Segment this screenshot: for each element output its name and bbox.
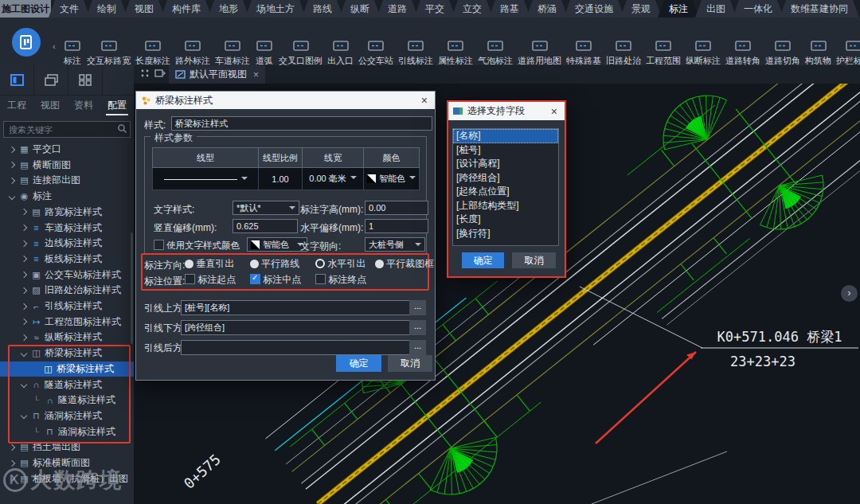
smart-color-combo[interactable]: 智能色 [247,237,307,252]
leader-text-input[interactable] [181,340,412,355]
position-checkbox-option[interactable]: 标注中点 [250,273,301,287]
menu-tab[interactable]: 标注 [658,0,699,18]
sidebar-tab[interactable]: 配置 [100,95,134,116]
menu-tab[interactable]: 平交 [414,0,455,18]
special-subgrade-button[interactable]: 特殊路基 [564,37,604,69]
bubble-label-button[interactable]: 气泡标注 [475,37,515,69]
cascade-layout-icon[interactable] [34,65,68,95]
dots-grid-icon[interactable] [140,68,150,80]
chevron-right-icon[interactable] [9,162,15,168]
menu-tab[interactable]: 立交 [452,0,493,18]
tree-item[interactable]: ▤挡土墙出图 [0,440,134,455]
field-list-item[interactable]: [桩号] [453,143,558,158]
lane-label-button[interactable]: 车道标注 [213,37,252,69]
more-fields-button[interactable]: ... [409,300,426,315]
chevron-right-icon[interactable] [9,178,15,184]
menu-tab[interactable]: 构件库 [161,0,212,18]
linetype-dropdown[interactable] [153,168,259,190]
menu-tab[interactable]: 路线 [302,0,343,18]
menu-tab[interactable]: 地形 [208,0,249,18]
field-list-item[interactable]: [换行符] [453,227,558,241]
position-checkbox-option[interactable]: 标注起点 [185,273,236,287]
field-list-item[interactable]: [长度] [453,213,558,227]
leader-label-button[interactable]: 引线标注 [396,37,436,69]
interactive-road-width-button[interactable]: 交互标路宽 [84,37,133,69]
linewidth-dropdown[interactable]: 0.00 毫米 [303,168,364,190]
tree-item[interactable]: ≡板线标注样式 [0,252,134,267]
cancel-button[interactable]: 取消 [388,355,432,372]
direction-radio-option[interactable]: 垂直引出 [185,257,234,271]
tree-item[interactable]: ◫桥梁标注样式 [0,361,134,377]
close-tab-icon[interactable]: × [253,69,259,80]
tree-item[interactable]: └∩隧道标注样式 [0,393,134,408]
chevron-down-icon[interactable] [9,193,15,199]
sidebar-tab[interactable]: 工程 [0,95,33,116]
radio-icon[interactable] [375,260,384,268]
dimension-button[interactable]: 标注 [61,37,84,69]
menu-tab[interactable]: 出图 [695,0,737,18]
chevron-right-icon[interactable] [21,318,27,325]
tree-item[interactable]: ▤横断面图 [0,158,134,173]
dialog-title-bar[interactable]: 桥梁标注样式 × [136,92,435,109]
menu-tab[interactable]: 文件 [49,0,90,18]
text-height-input[interactable]: 0.00 [365,201,428,215]
direction-radio-option[interactable]: 水平引出 [315,257,366,271]
menu-tab[interactable]: 桥涵 [526,0,568,18]
tree-item[interactable]: ≡边线标注样式 [0,236,134,251]
field-list[interactable]: [名称][桩号][设计高程][跨径组合][起终点位置][上部结构类型][长度][… [452,128,559,246]
chevron-right-icon[interactable] [9,444,15,451]
old-road-treatment-button[interactable]: 旧路处治 [604,37,643,69]
menu-tab[interactable]: 视图 [123,0,165,18]
chevron-right-icon[interactable] [9,146,15,152]
tree-scrollbar[interactable] [131,232,133,344]
chevron-right-icon[interactable] [21,272,27,278]
menu-tab[interactable]: 景观 [620,0,662,18]
app-logo-icon[interactable] [12,28,41,57]
road-chamfer-button[interactable]: 道路切角 [763,37,803,69]
chevron-down-icon[interactable] [21,350,27,356]
next-page-button[interactable]: › [841,285,858,302]
tree-item[interactable]: ≈纵断标注样式 [0,330,134,345]
v-offset-input[interactable]: 0.625 [233,219,298,233]
text-orient-combo[interactable]: 大桩号侧 [365,237,425,252]
road-landuse-button[interactable]: 道路用地图 [515,37,564,69]
tree-item[interactable]: ▨旧路处治标注样式 [0,283,134,298]
checkbox-icon[interactable] [315,274,326,284]
tree-item[interactable]: ▣公交车站标注样式 [0,268,134,283]
chevron-right-icon[interactable] [21,287,27,294]
field-list-item[interactable]: [起终点位置] [453,185,558,199]
bus-station-button[interactable]: 公交车站 [356,37,396,69]
guardrail-label-button[interactable]: 护栏标注 [834,37,860,69]
radio-selected-icon[interactable] [315,259,325,268]
field-list-item[interactable]: [跨径组合] [453,171,558,186]
sidebar-tab[interactable]: 资料 [67,95,100,116]
tree-item[interactable]: ⌐引线标注样式 [0,299,134,314]
direction-radio-option[interactable]: 平行路线 [250,257,299,271]
chevron-right-icon[interactable] [21,240,27,246]
search-icon[interactable] [117,123,127,136]
ribbon-collapse-icon[interactable]: ‹ [53,41,61,51]
chevron-right-icon[interactable] [21,225,27,231]
field-list-item[interactable]: [设计高程] [453,157,558,171]
chevron-right-icon[interactable] [21,334,27,341]
tree-item[interactable]: ◉标注 [0,189,134,204]
tree-item[interactable]: ⊓涵洞标注样式 [0,408,134,424]
menu-tab[interactable]: 交通设施 [564,0,624,18]
grid-layout-icon[interactable] [68,65,103,95]
field-ok-button[interactable]: 确定 [462,252,504,268]
menu-tab[interactable]: 绘制 [86,0,127,18]
panels-layout-icon[interactable] [0,65,34,95]
chevron-down-icon[interactable] [21,381,27,388]
h-offset-input[interactable]: 1 [365,219,428,233]
tree-item[interactable]: ↦工程范围标注样式 [0,315,134,330]
leader-text-input[interactable]: [桩号][名称] [181,300,412,315]
chevron-down-icon[interactable] [21,412,27,419]
checkbox-icon[interactable] [185,274,195,284]
position-checkbox-option[interactable]: 标注终点 [315,273,366,287]
tree-item[interactable]: └⊓涵洞标注样式 [0,424,134,440]
project-scope-button[interactable]: 工程范围 [643,37,683,69]
length-label-button[interactable]: 长度标注 [133,37,173,69]
more-fields-button[interactable]: ... [409,340,426,355]
menu-tab[interactable]: 一体化 [733,0,784,18]
radio-icon[interactable] [185,260,194,268]
